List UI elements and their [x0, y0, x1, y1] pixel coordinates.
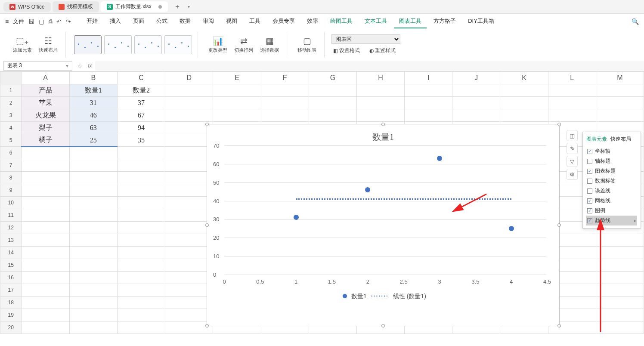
cell[interactable]: [22, 272, 69, 284]
menu-item-9[interactable]: 效率: [302, 15, 323, 28]
select-data-button[interactable]: ▦ 选择数据: [257, 35, 282, 54]
cell[interactable]: 35: [117, 134, 165, 147]
cell[interactable]: [22, 222, 69, 234]
col-header[interactable]: J: [452, 72, 500, 84]
cell[interactable]: [165, 309, 213, 321]
cell[interactable]: 梨子: [22, 122, 69, 134]
chart-style-thumb[interactable]: [164, 35, 192, 54]
menu-item-3[interactable]: 公式: [151, 15, 173, 28]
cell[interactable]: [405, 109, 452, 122]
panel-item-axis_title[interactable]: 轴标题: [586, 156, 637, 166]
cell[interactable]: [69, 147, 117, 159]
cell[interactable]: [356, 109, 404, 122]
panel-item-chart_title[interactable]: 图表标题: [586, 166, 637, 176]
col-header[interactable]: L: [548, 72, 596, 84]
menu-item-5[interactable]: 审阅: [198, 15, 219, 28]
chart-settings-icon[interactable]: ⚙: [567, 169, 578, 180]
cell[interactable]: [22, 184, 69, 197]
cell[interactable]: 苹果: [22, 97, 69, 109]
cell[interactable]: [69, 159, 117, 172]
cell[interactable]: [596, 297, 644, 309]
data-point[interactable]: [509, 226, 514, 231]
cell[interactable]: [69, 184, 117, 197]
formula-input[interactable]: [95, 61, 644, 71]
cell[interactable]: [596, 234, 644, 247]
col-header[interactable]: C: [117, 72, 165, 84]
cell[interactable]: [261, 84, 309, 97]
cell[interactable]: [500, 97, 548, 109]
cell[interactable]: [69, 172, 117, 184]
resize-handle[interactable]: [557, 223, 561, 227]
cell[interactable]: [548, 84, 596, 97]
checkbox-icon[interactable]: [587, 218, 592, 223]
cell[interactable]: [596, 284, 644, 297]
cell[interactable]: 67: [117, 109, 165, 122]
cell[interactable]: [22, 197, 69, 209]
cell[interactable]: [596, 97, 644, 109]
cell[interactable]: [596, 309, 644, 321]
search-icon[interactable]: 🔍: [632, 18, 639, 25]
cell[interactable]: [165, 84, 213, 97]
cell[interactable]: [22, 209, 69, 222]
col-header[interactable]: M: [596, 72, 644, 84]
cell[interactable]: [596, 247, 644, 259]
resize-handle[interactable]: [205, 123, 209, 126]
col-header[interactable]: B: [69, 72, 117, 84]
cell[interactable]: [165, 234, 213, 247]
redo-icon[interactable]: ↷: [66, 18, 71, 25]
cell[interactable]: [117, 284, 165, 297]
plot-area[interactable]: 01020304050607000.511.522.533.544.5: [224, 145, 546, 275]
checkbox-icon[interactable]: [587, 198, 592, 204]
menu-item-10[interactable]: 绘图工具: [325, 15, 358, 28]
cell[interactable]: [452, 109, 500, 122]
cell[interactable]: [165, 321, 213, 334]
cell[interactable]: [117, 172, 165, 184]
row-header[interactable]: 4: [0, 122, 22, 134]
cell[interactable]: [117, 159, 165, 172]
cell[interactable]: [309, 84, 356, 97]
cell[interactable]: [117, 197, 165, 209]
chart-style-thumb[interactable]: [104, 35, 132, 54]
row-header[interactable]: 5: [0, 134, 22, 147]
cell[interactable]: [117, 209, 165, 222]
resize-handle[interactable]: [557, 123, 561, 126]
resize-handle[interactable]: [381, 123, 385, 126]
cell[interactable]: [596, 109, 644, 122]
panel-item-gridline[interactable]: 网格线: [586, 196, 637, 206]
panel-item-error_bar[interactable]: 误差线: [586, 186, 637, 196]
cell[interactable]: [165, 259, 213, 272]
cancel-icon[interactable]: ⦸: [78, 63, 82, 69]
row-header[interactable]: 19: [0, 309, 22, 321]
checkbox-icon[interactable]: [587, 159, 592, 164]
row-header[interactable]: 13: [0, 234, 22, 247]
row-header[interactable]: 8: [0, 172, 22, 184]
checkbox-icon[interactable]: [587, 188, 592, 194]
cell[interactable]: [22, 284, 69, 297]
row-header[interactable]: 2: [0, 97, 22, 109]
cell[interactable]: [405, 97, 452, 109]
row-header[interactable]: 16: [0, 272, 22, 284]
cell[interactable]: [452, 84, 500, 97]
cell[interactable]: [22, 259, 69, 272]
tab-workbook[interactable]: S 工作簿数量.xlsx: [101, 1, 168, 12]
cell[interactable]: 63: [69, 122, 117, 134]
chevron-down-icon[interactable]: ▾: [188, 4, 190, 9]
cell[interactable]: [117, 259, 165, 272]
menu-item-6[interactable]: 视图: [221, 15, 242, 28]
panel-tab-layout[interactable]: 快速布局: [610, 135, 631, 144]
chart-style-thumb[interactable]: [134, 35, 162, 54]
name-box[interactable]: 图表 3 ▾: [3, 61, 72, 71]
print-icon[interactable]: ⎙: [49, 18, 52, 25]
cell[interactable]: [596, 272, 644, 284]
undo-icon[interactable]: ↶: [56, 18, 62, 25]
row-header[interactable]: 17: [0, 284, 22, 297]
cell[interactable]: [548, 109, 596, 122]
cell[interactable]: 数量2: [117, 84, 165, 97]
cell[interactable]: [261, 97, 309, 109]
hamburger-icon[interactable]: ≡: [5, 18, 9, 25]
cell[interactable]: [69, 309, 117, 321]
cell[interactable]: [22, 309, 69, 321]
new-tab-button[interactable]: ＋: [170, 0, 185, 13]
set-format-button[interactable]: ◧设置格式: [331, 46, 362, 55]
cell[interactable]: [69, 272, 117, 284]
